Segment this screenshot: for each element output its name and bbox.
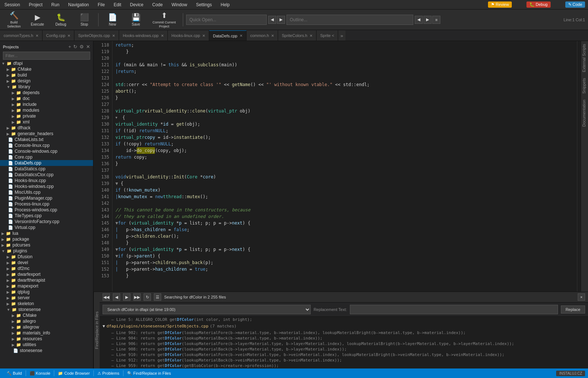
tab-Sprite[interactable]: Sprite <: [317, 30, 338, 41]
sidebar-item-devel[interactable]: ▶📁devel: [0, 260, 93, 266]
fr-replace-button[interactable]: Replace: [561, 305, 585, 314]
menu-edit[interactable]: Edit: [112, 1, 123, 8]
tab-DataDefs[interactable]: DataDefs.cpp ✕: [209, 30, 247, 41]
status-konsole[interactable]: ⬛ Konsole: [26, 368, 54, 378]
snippets-tab[interactable]: Snippets: [581, 75, 588, 97]
sidebar-item-cmakelists-txt[interactable]: 📄CMakeLists.txt: [0, 137, 93, 142]
fr-group-header[interactable]: ▼ dfapi/plugins/stonesense/SpriteObjects…: [100, 322, 588, 330]
close-HooksLinux-icon[interactable]: ✕: [202, 34, 205, 38]
sidebar-item-design[interactable]: ▶📁design: [0, 78, 93, 84]
fr-result-line[interactable]: — Line 912: return getDfColor(lookupMate…: [100, 357, 588, 363]
sidebar-item-dwarfexport[interactable]: ▶📁dwarfexport: [0, 271, 93, 277]
sidebar-item-core-cpp[interactable]: 📄Core.cpp: [0, 154, 93, 160]
menu-session[interactable]: Session: [3, 1, 22, 8]
sidebar-item-dfusion[interactable]: ▶📁Dfusion: [0, 254, 93, 260]
status-problems[interactable]: ⚠ Problems: [94, 368, 123, 378]
close-commonH-icon[interactable]: ✕: [271, 34, 274, 38]
outline-prev-button[interactable]: ◀: [415, 16, 423, 24]
fr-last-button[interactable]: ▶▶: [133, 293, 141, 301]
sidebar-item-package[interactable]: ▶📁package: [0, 236, 93, 242]
sidebar-item-console-windows-cpp[interactable]: 📄Console-windows.cpp: [0, 148, 93, 154]
sidebar-item-dfhack[interactable]: ▶📁dfhack: [0, 125, 93, 131]
sidebar-item-plugins[interactable]: ▼📁plugins: [0, 248, 93, 254]
commit-button[interactable]: ⬆ Commit Current Project: [148, 11, 180, 29]
sidebar-item-lua[interactable]: ▶📁lua: [0, 230, 93, 236]
fr-next-button[interactable]: ▶: [123, 293, 130, 301]
sidebar-item-private[interactable]: ▶📁private: [0, 113, 93, 119]
nav-prev-button[interactable]: ◀: [268, 16, 276, 24]
vertical-scrollbar[interactable]: [577, 41, 581, 292]
sidebar-item-xml[interactable]: ▶📁xml: [0, 119, 93, 125]
sidebar-item-generate-headers[interactable]: ▶📁generate_headers: [0, 131, 93, 137]
fr-result-line[interactable]: — Line 906: return getDfColor(lookupMate…: [100, 341, 588, 346]
menu-window[interactable]: Window: [170, 1, 189, 8]
external-scripts-tab[interactable]: External Scripts: [581, 41, 588, 75]
sidebar-item-qtplug[interactable]: ▶📁qtplug: [0, 289, 93, 295]
sidebar-item-depends[interactable]: ▶📁depends: [0, 90, 93, 96]
outline-input[interactable]: [286, 15, 413, 25]
nav-next-button[interactable]: ▶: [277, 16, 285, 24]
sidebar-item-versioninfofactory-cpp[interactable]: 📄VersionInfoFactory.cpp: [0, 219, 93, 225]
status-find-replace[interactable]: 🔍 Find/Replace in Files: [123, 368, 175, 378]
close-commonTypes-icon[interactable]: ✕: [36, 34, 38, 38]
sidebar-item-pluginmanager-cpp[interactable]: 📄PluginManager.cpp: [0, 195, 93, 201]
sidebar-settings-btn[interactable]: ⚙: [79, 44, 84, 49]
new-button[interactable]: 📄 New: [101, 11, 123, 29]
fr-refresh-button[interactable]: ↻: [144, 293, 151, 301]
sidebar-item-process-windows-cpp[interactable]: 📄Process-windows.cpp: [0, 207, 93, 213]
menu-code[interactable]: Code: [151, 1, 164, 8]
review-btn[interactable]: ⚑ Review: [488, 1, 512, 8]
sidebar-item-allegrow[interactable]: ▶📁allegrow: [0, 324, 93, 330]
sidebar-item-allegro[interactable]: ▶📁allegro: [0, 318, 93, 324]
sidebar-item-doc[interactable]: ▶📁doc: [0, 96, 93, 101]
tab-HooksLinux[interactable]: Hooks-linux.cpp ✕: [168, 30, 209, 41]
menu-settings[interactable]: Settings: [195, 1, 213, 8]
menu-project[interactable]: Project: [27, 1, 44, 8]
menu-run[interactable]: Run: [50, 1, 61, 8]
tabs-more-button[interactable]: »: [338, 30, 345, 41]
sidebar-item-include[interactable]: ▶📁include: [0, 101, 93, 107]
sidebar-item-hooks-windows-cpp[interactable]: 📄Hooks-windows.cpp: [0, 184, 93, 189]
sidebar-filter-input[interactable]: [3, 52, 90, 60]
status-build[interactable]: 🔨 Build: [3, 368, 26, 378]
save-button[interactable]: 💾 Save: [125, 11, 147, 29]
menu-navigation[interactable]: Navigation: [67, 1, 90, 8]
sidebar-item-console-linux-cpp[interactable]: 📄Console-linux.cpp: [0, 142, 93, 148]
sidebar-item-cmake[interactable]: ▶📁CMake: [0, 312, 93, 318]
fr-close-button[interactable]: ×: [578, 293, 585, 301]
sidebar-item-stonesense[interactable]: ▼📁stonesense: [0, 307, 93, 312]
documentation-tab[interactable]: Documentation: [581, 97, 588, 130]
sidebar-item-virtual-cpp[interactable]: 📄Virtual.cpp: [0, 225, 93, 230]
fr-result-line[interactable]: — Line 908: return getDfColor(lookupMate…: [100, 346, 588, 352]
sidebar-item-df2mc[interactable]: ▶📁df2mc: [0, 266, 93, 271]
stop-button[interactable]: ⬛ Stop: [73, 11, 95, 29]
sidebar-refresh-btn[interactable]: ↻: [73, 44, 77, 49]
quick-open-input[interactable]: [186, 15, 267, 25]
fr-search-select[interactable]: Search dfColor in dfapi (at time 19:00): [103, 305, 311, 314]
sidebar-item-datadefs-cpp[interactable]: 📄DataDefs.cpp: [0, 160, 93, 166]
sidebar-add-btn[interactable]: +: [68, 44, 71, 49]
sidebar-item-cmake[interactable]: ▶📁CMake: [0, 66, 93, 72]
fr-first-button[interactable]: ◀◀: [103, 293, 110, 301]
sidebar-close-btn[interactable]: ✕: [86, 44, 90, 49]
menu-help[interactable]: Help: [219, 1, 231, 8]
fr-result-line[interactable]: — Line 904: return getDfColor(lookupMate…: [100, 336, 588, 341]
sidebar-item-modules[interactable]: ▶📁modules: [0, 107, 93, 113]
outline-next-button[interactable]: ▶: [424, 16, 432, 24]
fr-options-button[interactable]: ☰: [154, 293, 161, 301]
find-replace-label[interactable]: Find/Replace in Files: [93, 292, 100, 368]
sidebar-item-datastaticsctor-cpp[interactable]: 📄DataStaticsCtor.cpp: [0, 172, 93, 178]
sidebar-item-utilities[interactable]: ▶📁utilities: [0, 342, 93, 348]
sidebar-item-pdcurses[interactable]: ▶📁pdcurses: [0, 242, 93, 248]
sidebar-item-tiletypes-cpp[interactable]: 📄TileTypes.cpp: [0, 213, 93, 219]
sidebar-item-resources[interactable]: ▶📁resources: [0, 336, 93, 342]
tab-commonH[interactable]: common.h ✕: [247, 30, 278, 41]
sidebar-item-dfapi[interactable]: ▼📁dfapi: [0, 60, 93, 66]
menu-file[interactable]: File: [96, 1, 106, 8]
sidebar-item-hooks-linux-cpp[interactable]: 📄Hooks-linux.cpp: [0, 178, 93, 184]
fr-replacement-input[interactable]: [350, 305, 558, 314]
fr-prev-button[interactable]: ◀: [113, 293, 120, 301]
sidebar-item-library[interactable]: ▼📁library: [0, 84, 93, 90]
tab-SpriteColors[interactable]: SpriteColors.h ✕: [278, 30, 317, 41]
sidebar-item-dwarftherapist[interactable]: ▶📁dwarftherapist: [0, 277, 93, 283]
